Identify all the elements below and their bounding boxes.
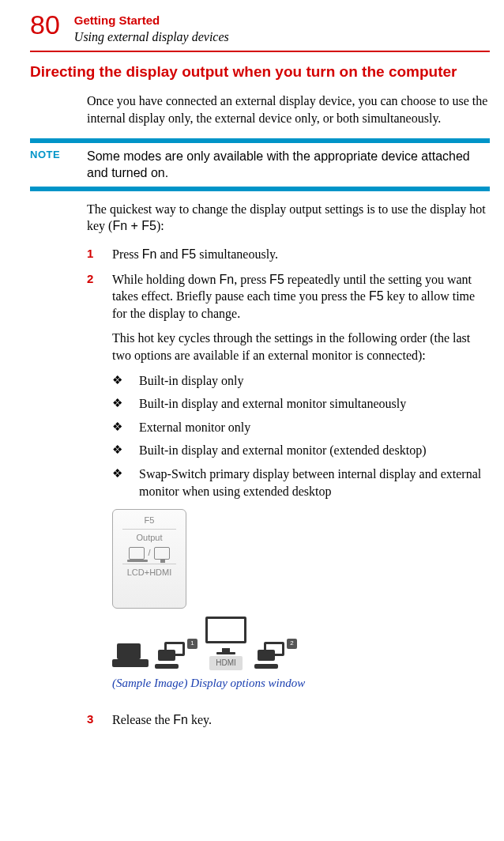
figure-caption: (Sample Image) Display options window xyxy=(112,675,490,691)
s3a: Release the xyxy=(112,713,173,726)
header-text-block: Getting Started Using external display d… xyxy=(74,11,229,46)
figure-block: F5 Output / LCD+HDMI xyxy=(112,509,490,691)
bullet-icon: ❖ xyxy=(112,372,123,390)
step1-t0: Press xyxy=(112,247,142,261)
note-label: NOTE xyxy=(30,148,73,162)
hotkey-text-2: ): xyxy=(156,219,164,232)
bullet-icon: ❖ xyxy=(112,442,123,459)
option-laptop-only xyxy=(112,642,149,670)
step-2: 2 While holding down Fn, press F5 repeat… xyxy=(87,271,490,703)
hotkey-paragraph: The quickest way to change the display o… xyxy=(87,201,490,235)
s2b: , press xyxy=(234,273,269,286)
bullet-text: Built-in display and external monitor (e… xyxy=(139,442,426,459)
note-text: Some modes are only available with the a… xyxy=(87,148,490,182)
list-item: ❖Swap-Switch primary display between int… xyxy=(112,466,490,500)
chapter-title: Getting Started xyxy=(74,13,229,28)
hdmi-tag: HDMI xyxy=(209,656,243,670)
step1-t2: and xyxy=(156,247,181,261)
monitor-icon xyxy=(154,547,170,560)
s2-fn: Fn xyxy=(220,273,235,286)
s2-f5a: F5 xyxy=(269,273,284,286)
hotkey-combo: Fn + F5 xyxy=(112,219,156,232)
s2a: While holding down xyxy=(112,273,220,286)
card-icons: / xyxy=(129,547,169,560)
section-heading: Directing the display output when you tu… xyxy=(30,62,490,82)
page-header: 80 Getting Started Using external displa… xyxy=(30,11,490,46)
step-3: 3 Release the Fn key. xyxy=(87,711,490,729)
step-number: 3 xyxy=(87,711,98,729)
note-top-bar xyxy=(30,138,490,143)
bullet-text: Built-in display and external monitor si… xyxy=(139,395,406,413)
step-1: 1 Press Fn and F5 simultaneously. xyxy=(87,246,490,263)
note-bottom-bar xyxy=(30,187,490,191)
step1-key-fn: Fn xyxy=(142,247,157,261)
list-item: ❖Built-in display only xyxy=(112,372,490,390)
step-body: Press Fn and F5 simultaneously. xyxy=(112,246,490,263)
badge-1: 1 xyxy=(187,639,197,649)
option-both-1: 1 xyxy=(158,642,194,670)
list-item: ❖Built-in display and external monitor s… xyxy=(112,395,490,413)
bullet-text: Swap-Switch primary display between inte… xyxy=(139,466,490,500)
bullet-icon: ❖ xyxy=(112,395,123,413)
card-sub-label: LCD+HDMI xyxy=(127,567,172,579)
step-number: 2 xyxy=(87,271,98,703)
slash-icon: / xyxy=(148,547,150,559)
card-key-label: F5 xyxy=(145,515,155,526)
step2-line2: This hot key cycles through the settings… xyxy=(112,330,490,364)
bullet-icon: ❖ xyxy=(112,466,123,500)
bullet-text: External monitor only xyxy=(139,419,250,436)
bullet-list: ❖Built-in display only ❖Built-in display… xyxy=(112,372,490,500)
badge-2: 2 xyxy=(287,639,297,649)
s3-fn: Fn xyxy=(173,713,188,726)
step-body: Release the Fn key. xyxy=(112,711,490,729)
step2-line1: While holding down Fn, press F5 repeated… xyxy=(112,271,490,322)
s3b: key. xyxy=(188,713,212,726)
option-monitor-only: HDMI xyxy=(204,617,248,670)
list-item: ❖Built-in display and external monitor (… xyxy=(112,442,490,459)
step-body: While holding down Fn, press F5 repeated… xyxy=(112,271,490,703)
card-output-label: Output xyxy=(136,532,162,544)
bullet-icon: ❖ xyxy=(112,419,123,436)
section-subtitle: Using external display devices xyxy=(74,28,229,46)
display-option-row: 1 HDMI xyxy=(112,617,490,670)
laptop-icon xyxy=(129,547,145,560)
page-number: 80 xyxy=(30,11,60,38)
steps-list: 1 Press Fn and F5 simultaneously. 2 Whil… xyxy=(87,246,490,728)
s2-f5b: F5 xyxy=(369,289,384,303)
list-item: ❖External monitor only xyxy=(112,419,490,436)
option-both-2: 2 xyxy=(258,642,294,670)
header-rule xyxy=(30,51,490,52)
step1-t4: simultaneously. xyxy=(196,247,278,261)
intro-paragraph: Once you have connected an external disp… xyxy=(87,92,490,126)
step1-key-f5: F5 xyxy=(182,247,197,261)
f5-popup-card: F5 Output / LCD+HDMI xyxy=(112,509,186,609)
note-block: NOTE Some modes are only available with … xyxy=(30,138,490,191)
bullet-text: Built-in display only xyxy=(139,372,243,390)
step-number: 1 xyxy=(87,246,98,263)
